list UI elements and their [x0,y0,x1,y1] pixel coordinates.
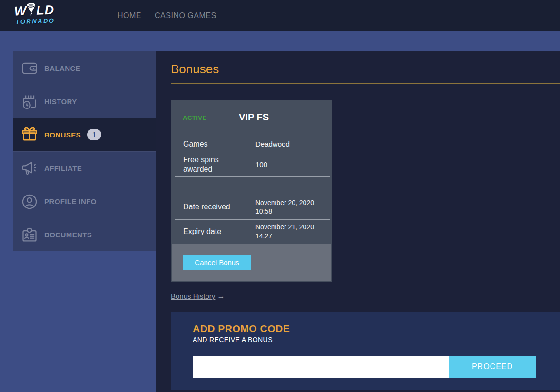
logo-word-tornado: TORNADO [14,17,55,26]
cancel-bonus-button[interactable]: Cancel Bonus [183,255,251,270]
promo-code-panel: ADD PROMO CODE AND RECEIVE A BONUS PROCE… [171,312,560,390]
top-nav: W LD TORNADO HOME CASINO GAMES [0,0,560,31]
gift-icon [20,125,39,145]
sidebar-item-label: AFFILIATE [44,164,82,172]
logo[interactable]: W LD TORNADO [14,2,55,26]
row-value: 100 [255,160,327,169]
promo-subtitle: AND RECEIVE A BONUS [193,336,273,343]
row-value: Deadwood [255,139,327,149]
promo-title: ADD PROMO CODE [193,323,290,334]
bonus-row-expiry-date: Expiry date November 21, 2020 14:27 [171,219,332,244]
sidebar-item-documents[interactable]: DOCUMENTS [13,218,156,251]
profile-icon [20,192,39,212]
id-card-icon [20,225,39,245]
sidebar-item-label: BONUSES [44,131,81,139]
history-calendar-icon [20,92,39,112]
logo-text-ld: LD [36,4,55,17]
row-label: Date received [183,202,240,212]
account-sidebar: BALANCE HISTORY [13,51,156,251]
row-value: November 21, 2020 14:27 [255,223,327,240]
sidebar-item-label: BALANCE [44,64,80,72]
sidebar-item-profile-info[interactable]: PROFILE INFO [13,185,156,218]
sidebar-item-label: DOCUMENTS [44,231,92,239]
bonus-row-free-spins: Free spins awarded 100 [171,153,332,176]
sidebar-item-label: PROFILE INFO [44,197,97,206]
row-label: Games [183,139,240,149]
active-bonus-card: ACTIVE VIP FS Games Deadwood Free spins … [171,100,332,282]
row-label: Free spins awarded [183,155,240,174]
bonus-row-empty [171,176,332,195]
arrow-right-icon: → [217,292,225,301]
bonus-name: VIP FS [239,112,269,123]
bonus-row-games: Games Deadwood [171,136,332,153]
proceed-button[interactable]: PROCEED [449,356,536,378]
tornado-icon [27,2,37,20]
row-label: Expiry date [183,227,240,236]
sidebar-item-bonuses[interactable]: BONUSES 1 [13,118,156,151]
sidebar-item-label: HISTORY [44,98,77,106]
bonus-row-date-received: Date received November 20, 2020 10:58 [171,195,332,219]
bonus-status-badge: ACTIVE [183,114,207,121]
bonus-history-label: Bonus History [171,292,215,300]
wallet-icon [20,58,39,78]
nav-item-casino-games[interactable]: CASINO GAMES [155,11,216,20]
page-title: Bonuses [171,62,219,77]
promo-code-input[interactable] [193,356,449,378]
bonus-card-header: ACTIVE VIP FS [171,100,332,136]
sidebar-item-affiliate[interactable]: AFFILIATE [13,151,156,185]
nav-item-home[interactable]: HOME [118,11,141,20]
main-nav: HOME CASINO GAMES [118,0,216,31]
megaphone-icon [20,158,39,178]
row-value: November 20, 2020 10:58 [255,198,327,216]
sidebar-item-balance[interactable]: BALANCE [13,51,156,85]
bonus-history-link[interactable]: Bonus History→ [171,292,225,301]
title-underline [171,83,560,84]
bonuses-count-badge: 1 [87,129,101,140]
bonus-card-footer: Cancel Bonus [172,244,331,281]
app-window: W LD TORNADO HOME CASINO GAMES [0,0,560,392]
sidebar-item-history[interactable]: HISTORY [13,85,156,118]
logo-text-w: W [14,5,27,18]
